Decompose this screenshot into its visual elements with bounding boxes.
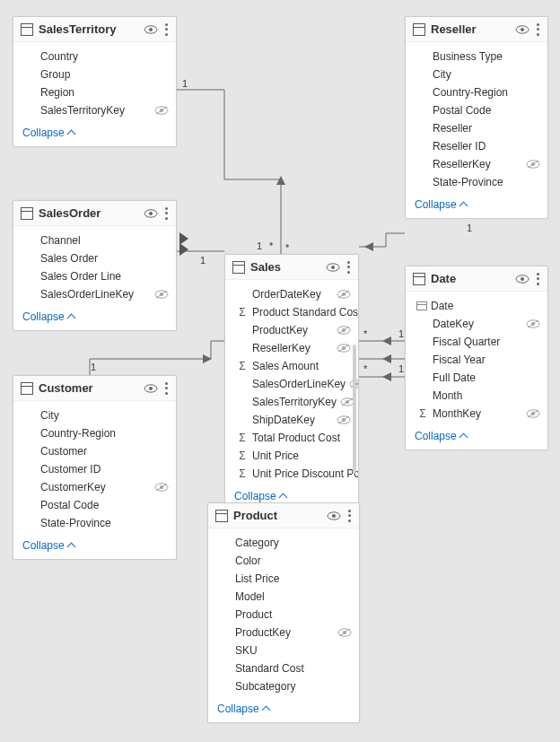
collapse-button[interactable]: Collapse — [208, 697, 359, 722]
field-row[interactable]: OrderDateKey — [225, 285, 358, 303]
field-row[interactable]: Country-Region — [406, 83, 547, 101]
field-row[interactable]: SalesOrderLineKey — [225, 375, 358, 393]
collapse-button[interactable]: Collapse — [406, 424, 547, 450]
eye-icon[interactable] — [515, 25, 529, 34]
field-row[interactable]: ProductKey — [208, 624, 359, 642]
collapse-button[interactable]: Collapse — [13, 305, 176, 330]
card-header[interactable]: SalesTerritory — [13, 17, 176, 42]
table-card-salesterritory[interactable]: SalesTerritory CountryGroupRegionSalesTe… — [13, 16, 177, 147]
collapse-button[interactable]: Collapse — [406, 193, 547, 218]
field-name: Fiscal Quarter — [433, 336, 540, 348]
table-card-date[interactable]: Date DateDateKeyFiscal QuarterFiscal Yea… — [405, 266, 548, 450]
field-row[interactable]: ShipDateKey — [225, 411, 358, 429]
field-row[interactable]: Sales Order — [13, 249, 176, 267]
field-row[interactable]: Reseller — [406, 119, 547, 137]
field-row[interactable]: City — [406, 65, 547, 83]
scrollbar[interactable] — [353, 345, 356, 474]
field-row[interactable]: Channel — [13, 231, 176, 249]
table-title: SalesOrder — [39, 206, 144, 220]
svg-marker-10 — [203, 354, 212, 363]
field-name: MonthKey — [433, 407, 522, 420]
field-row[interactable]: ResellerKey — [225, 339, 358, 357]
field-name: Customer — [40, 445, 169, 458]
field-row[interactable]: Reseller ID — [406, 137, 547, 155]
field-row[interactable]: List Price — [208, 570, 359, 588]
eye-icon[interactable] — [144, 25, 158, 34]
field-row[interactable]: Country — [13, 48, 176, 65]
field-row[interactable]: ΣSales Amount — [225, 357, 358, 375]
field-row[interactable]: Product — [208, 606, 359, 624]
eye-icon[interactable] — [327, 511, 341, 520]
field-row[interactable]: Month — [406, 387, 547, 405]
field-row[interactable]: SKU — [208, 642, 359, 659]
field-row[interactable]: Customer — [13, 442, 176, 460]
field-name: ProductKey — [252, 324, 333, 336]
field-row[interactable]: ResellerKey — [406, 155, 547, 173]
eye-icon[interactable] — [144, 384, 158, 393]
field-row[interactable]: DateKey — [406, 315, 547, 333]
field-row[interactable]: Full Date — [406, 369, 547, 387]
table-card-product[interactable]: Product CategoryColorList PriceModelProd… — [207, 502, 360, 723]
field-row[interactable]: SalesOrderLineKey — [13, 285, 176, 303]
table-card-salesorder[interactable]: SalesOrder ChannelSales OrderSales Order… — [13, 200, 177, 331]
field-row[interactable]: Postal Code — [13, 496, 176, 514]
field-row[interactable]: Model — [208, 588, 359, 606]
table-card-customer[interactable]: Customer CityCountry-RegionCustomerCusto… — [13, 375, 177, 560]
card-header[interactable]: Reseller — [406, 17, 547, 42]
field-name: Reseller — [433, 122, 540, 135]
eye-icon[interactable] — [515, 275, 529, 284]
table-card-reseller[interactable]: Reseller Business TypeCityCountry-Region… — [405, 16, 548, 219]
card-header[interactable]: Product — [208, 503, 359, 528]
field-row[interactable]: ProductKey — [225, 321, 358, 339]
card-header[interactable]: SalesOrder — [13, 201, 176, 226]
field-row[interactable]: State-Province — [13, 514, 176, 532]
field-row[interactable]: ΣTotal Product Cost — [225, 429, 358, 447]
field-row[interactable]: Business Type — [406, 48, 547, 65]
svg-point-38 — [331, 266, 335, 269]
more-icon[interactable] — [165, 207, 169, 220]
card-header[interactable]: Sales — [225, 255, 358, 280]
more-icon[interactable] — [347, 261, 351, 274]
card-header[interactable]: Customer — [13, 376, 176, 401]
more-icon[interactable] — [348, 510, 352, 522]
field-row[interactable]: Subcategory — [208, 677, 359, 695]
field-row[interactable]: CustomerKey — [13, 478, 176, 496]
more-icon[interactable] — [165, 23, 169, 36]
field-row[interactable]: ΣUnit Price — [225, 447, 358, 465]
svg-text:1: 1 — [467, 223, 472, 233]
field-row[interactable]: Category — [208, 534, 359, 552]
field-name: Country — [40, 50, 169, 63]
table-card-sales[interactable]: Sales OrderDateKeyΣProduct Standard Cost… — [224, 254, 359, 511]
field-row[interactable]: SalesTerritoryKey — [225, 393, 358, 411]
field-row[interactable]: City — [13, 406, 176, 424]
chevron-up-icon — [459, 201, 468, 210]
field-row[interactable]: Postal Code — [406, 101, 547, 119]
field-row[interactable]: Fiscal Year — [406, 351, 547, 369]
field-row[interactable]: SalesTerritoryKey — [13, 101, 176, 119]
collapse-button[interactable]: Collapse — [13, 121, 176, 146]
sigma-icon: Σ — [236, 450, 249, 462]
field-row[interactable]: Country-Region — [13, 424, 176, 442]
more-icon[interactable] — [537, 23, 540, 36]
svg-text:1: 1 — [182, 78, 188, 89]
field-name: Unit Price Discount Pct — [252, 467, 358, 480]
more-icon[interactable] — [537, 273, 540, 285]
field-row[interactable]: Color — [208, 552, 359, 570]
more-icon[interactable] — [165, 382, 169, 395]
field-row[interactable]: ΣMonthKey — [406, 405, 547, 423]
card-header[interactable]: Date — [406, 266, 547, 292]
eye-icon[interactable] — [144, 209, 158, 218]
collapse-button[interactable]: Collapse — [13, 534, 176, 559]
field-row[interactable]: Sales Order Line — [13, 267, 176, 285]
field-row[interactable]: Group — [13, 65, 176, 83]
field-row[interactable]: Date — [406, 297, 547, 315]
eye-icon[interactable] — [326, 263, 340, 272]
field-row[interactable]: ΣProduct Standard Cost — [225, 303, 358, 321]
field-row[interactable]: ΣUnit Price Discount Pct — [225, 465, 358, 483]
field-row[interactable]: State-Province — [406, 173, 547, 191]
field-row[interactable]: Fiscal Quarter — [406, 333, 547, 351]
field-row[interactable]: Standard Cost — [208, 659, 359, 677]
field-name: SalesOrderLineKey — [252, 378, 346, 390]
field-row[interactable]: Customer ID — [13, 460, 176, 478]
field-row[interactable]: Region — [13, 83, 176, 101]
